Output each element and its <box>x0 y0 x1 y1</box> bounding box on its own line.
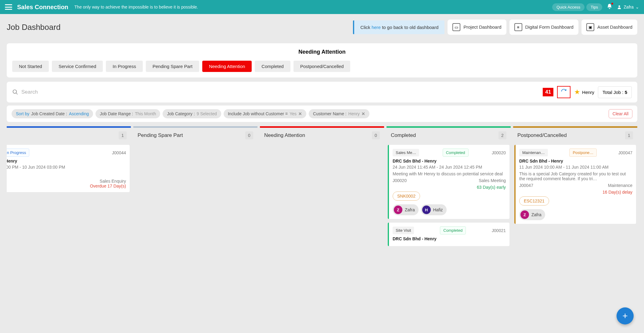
status-tabs: Not Started Service Confirmed In Progres… <box>12 61 632 72</box>
tab-service-confirmed[interactable]: Service Confirmed <box>52 61 103 72</box>
clear-all-button[interactable]: Clear All <box>609 109 632 118</box>
tab-not-started[interactable]: Not Started <box>12 61 49 72</box>
column-count: 0 <box>245 131 253 139</box>
card-delay: 16 Day(s) delay <box>519 190 632 195</box>
job-id: J00021 <box>492 228 506 233</box>
tab-pending-spare-part[interactable]: Pending Spare Part <box>146 61 199 72</box>
card-category: Sales Enquiry <box>7 179 126 184</box>
filter-row: Sort by Job Created Date : Ascending Job… <box>7 106 637 122</box>
panel-title: Needing Attention <box>12 49 632 55</box>
search-box <box>12 89 539 95</box>
star-icon: ★ <box>574 88 580 96</box>
svg-point-0 <box>619 5 620 7</box>
digital-form-dashboard-nav[interactable]: ≡Digital Form Dashboard <box>509 20 578 35</box>
remove-chip-icon[interactable]: ✕ <box>362 111 365 116</box>
search-row: 41 ★Henry Total Job : 5 <box>7 82 637 102</box>
status-tag: In Progress <box>7 149 29 157</box>
card-time: 11 Jun 2024 10:00 AM - 11 Jun 2024 11:00… <box>519 165 632 170</box>
card-time: 24 Jun 2024 11:45 AM - 24 Jun 2024 12:45… <box>393 165 506 170</box>
result-count-badge: 41 <box>543 88 553 96</box>
svg-line-2 <box>16 93 18 95</box>
tab-in-progress[interactable]: In Progress <box>106 61 143 72</box>
old-dashboard-link[interactable]: here <box>372 25 381 30</box>
avatar: H <box>422 206 431 214</box>
quick-access-button[interactable]: Quick Access <box>552 3 585 11</box>
card-desc: Meeting with Mr Henry to discuss on pote… <box>393 171 506 176</box>
include-no-customer-chip[interactable]: Include Job without Customer = Yes✕ <box>224 109 306 118</box>
status-tag: Completed <box>443 149 469 157</box>
card-title: DRC Sdn Bhd - Henry <box>519 159 632 163</box>
customer-name-chip[interactable]: Customer Name : Henry✕ <box>309 109 369 118</box>
status-tag: Completed <box>440 226 466 235</box>
column-count: 1 <box>625 131 633 139</box>
user-menu[interactable]: Zafra ⌄ <box>617 5 639 9</box>
assignee-chip[interactable]: ZZafra <box>393 204 419 215</box>
reference-code: ESC12321 <box>519 196 549 206</box>
column-count: 0 <box>372 131 380 139</box>
kanban-board: 1 In ProgressJ00044 - Henry 2:00 PM - 10… <box>7 126 637 248</box>
search-input[interactable] <box>21 89 539 95</box>
tab-completed[interactable]: Completed <box>255 61 290 72</box>
card-time: 2:00 PM - 10 Jun 2024 03:00 PM <box>7 165 126 170</box>
column-count: 2 <box>498 131 506 139</box>
reference-code: SNK0002 <box>393 192 420 201</box>
column-count: 1 <box>119 131 127 139</box>
card-title: - Henry <box>7 159 126 163</box>
job-card[interactable]: In ProgressJ00044 - Henry 2:00 PM - 10 J… <box>7 145 130 192</box>
refresh-button[interactable] <box>557 86 570 98</box>
box-icon: ▣ <box>586 23 594 31</box>
page-title: Job Dashboard <box>7 23 60 32</box>
category-chip[interactable]: Job Category : 9 Selected <box>163 109 221 118</box>
svg-point-1 <box>13 90 17 94</box>
avatar: Z <box>520 210 529 219</box>
total-job-chip: Total Job : 5 <box>598 86 632 98</box>
status-panel: Needing Attention Not Started Service Co… <box>7 43 637 77</box>
menu-icon[interactable] <box>5 4 12 10</box>
category-tag: Sales Me… <box>393 149 419 156</box>
folder-icon: ▭ <box>452 23 460 31</box>
category-tag: Site Visit <box>393 227 414 234</box>
sort-chip[interactable]: Sort by Job Created Date : Ascending <box>12 109 93 118</box>
job-id: J00047 <box>618 150 632 155</box>
column-completed: Completed2 Sales Me…CompletedJ00020 DRC … <box>387 126 511 248</box>
column-pending-spare-part: Pending Spare Part0 <box>133 126 257 248</box>
job-id: J00020 <box>492 150 506 155</box>
tagline: The only way to achieve the impossible i… <box>74 5 198 9</box>
job-card[interactable]: Site VisitCompletedJ00021 DRC Sdn Bhd - … <box>388 223 509 246</box>
card-desc: This is a special Job Category created f… <box>519 171 632 181</box>
card-title: DRC Sdn Bhd - Henry <box>393 159 506 163</box>
date-range-chip[interactable]: Job Date Range : This Month <box>95 109 160 118</box>
job-card[interactable]: Maintenan…Postpone…J00047 DRC Sdn Bhd - … <box>514 145 636 224</box>
column-needing-attention: Needing Attention0 <box>260 126 384 248</box>
column-postponed-cancelled: Postponed/Cancelled1 Maintenan…Postpone…… <box>513 126 637 248</box>
job-id: J00044 <box>112 150 126 155</box>
asset-dashboard-nav[interactable]: ▣Asset Dashboard <box>581 20 637 35</box>
job-card[interactable]: Sales Me…CompletedJ00020 DRC Sdn Bhd - H… <box>388 145 509 219</box>
chevron-down-icon: ⌄ <box>635 5 639 9</box>
brand[interactable]: Sales Connection <box>17 4 68 11</box>
tab-postponed-cancelled[interactable]: Postponed/Cancelled <box>293 61 351 72</box>
document-icon: ≡ <box>514 23 522 31</box>
favorite-filter[interactable]: ★Henry <box>574 88 594 96</box>
project-dashboard-nav[interactable]: ▭Project Dashboard <box>448 20 506 35</box>
user-name: Zafra <box>624 5 634 9</box>
column-in-progress: 1 In ProgressJ00044 - Henry 2:00 PM - 10… <box>7 126 131 248</box>
category-tag: Maintenan… <box>519 149 548 156</box>
assignee-chip[interactable]: HHafiz <box>421 204 447 215</box>
card-early: 63 Day(s) early <box>393 185 506 190</box>
remove-chip-icon[interactable]: ✕ <box>298 111 302 116</box>
search-icon <box>12 89 18 95</box>
page-header: Job Dashboard Click here to go back to o… <box>0 14 644 40</box>
tab-needing-attention[interactable]: Needing Attention <box>202 61 252 72</box>
card-title: DRC Sdn Bhd - Henry <box>393 236 506 241</box>
bell-icon[interactable] <box>606 3 613 11</box>
assignee-chip[interactable]: ZZafra <box>519 209 545 220</box>
refresh-icon <box>561 88 567 95</box>
topbar: Sales Connection The only way to achieve… <box>0 0 644 14</box>
status-tag: Postpone… <box>569 149 597 157</box>
old-dashboard-notice: Click here to go back to old dashboard <box>353 20 444 34</box>
card-delay: Overdue 17 Day(s) <box>7 184 126 188</box>
tips-button[interactable]: Tips <box>586 3 602 11</box>
user-icon <box>617 5 622 9</box>
avatar: Z <box>394 206 402 214</box>
